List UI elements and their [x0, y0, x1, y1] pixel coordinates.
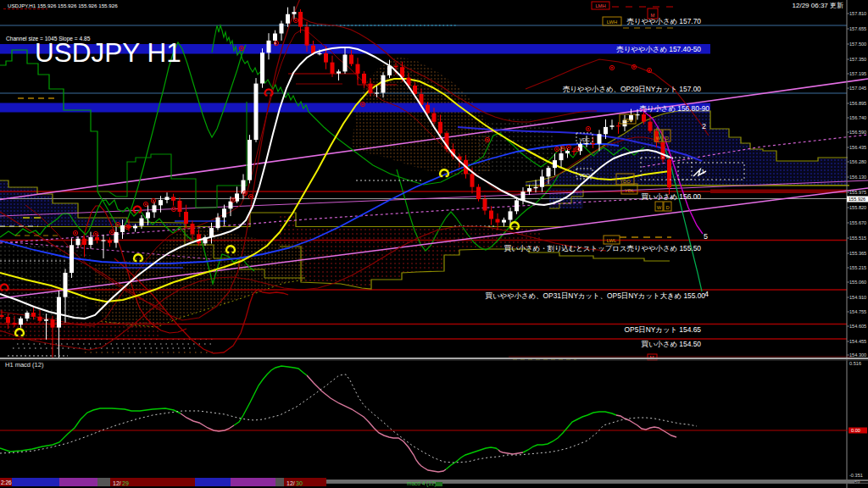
svg-text:売りやや小さめ、OP29日NYカット 157.00: 売りやや小さめ、OP29日NYカット 157.00 — [563, 85, 701, 93]
svg-text:157.045: 157.045 — [849, 86, 866, 91]
svg-text:155.215: 155.215 — [849, 265, 866, 270]
svg-text:USDJPY,H1 155.926 155.926 155: USDJPY,H1 155.926 155.926 155.926 155.92… — [8, 3, 118, 8]
svg-text:29: 29 — [122, 480, 129, 486]
svg-text:12/: 12/ — [113, 480, 121, 486]
svg-text:W: W — [657, 205, 662, 210]
svg-text:2:26: 2:26 — [1, 480, 12, 485]
svg-text:D: D — [665, 205, 669, 210]
svg-text:155.060: 155.060 — [849, 280, 866, 285]
svg-text:LWH: LWH — [607, 19, 617, 25]
svg-text:157.195: 157.195 — [849, 71, 866, 76]
svg-text:155.820: 155.820 — [849, 205, 866, 210]
svg-text:YDH: YDH — [622, 118, 632, 123]
svg-text:0.00: 0.00 — [851, 428, 860, 433]
svg-text:156.895: 156.895 — [849, 101, 866, 106]
svg-text:売りやや小さめ 157.40-50: 売りやや小さめ 157.40-50 — [616, 45, 701, 53]
svg-text:2: 2 — [702, 122, 706, 130]
svg-text:LWL: LWL — [607, 238, 617, 243]
svg-text:154.755: 154.755 — [849, 309, 866, 314]
svg-text:買い小さめ・割り込むとストップロス売りやや小さめ 155.5: 買い小さめ・割り込むとストップロス売りやや小さめ 155.50 — [504, 244, 702, 252]
svg-text:155.975: 155.975 — [849, 190, 866, 195]
svg-text:買いやや小さめ、OP31日NYカット、OP5日NYカット大き: 買いやや小さめ、OP31日NYカット、OP5日NYカット大きめ 155.00 — [486, 291, 706, 300]
svg-text:H1 macd (12): H1 macd (12) — [5, 361, 44, 369]
svg-text:156.740: 156.740 — [849, 115, 866, 120]
svg-text:USDJPY H1: USDJPY H1 — [35, 37, 181, 68]
svg-text:155.670: 155.670 — [849, 220, 866, 225]
svg-text:0.516: 0.516 — [849, 361, 861, 366]
svg-text:157.810: 157.810 — [849, 11, 866, 16]
svg-text:VDC: VDC — [579, 137, 589, 142]
svg-text:157.500: 157.500 — [849, 42, 866, 47]
svg-text:156.130: 156.130 — [849, 175, 866, 180]
svg-text:156.280: 156.280 — [849, 159, 866, 164]
svg-text:30: 30 — [296, 480, 303, 486]
svg-text:LMH: LMH — [595, 3, 605, 8]
svg-text:買い小さめ 156.00: 買い小さめ 156.00 — [642, 192, 702, 201]
svg-text:YDL: YDL — [625, 188, 635, 193]
svg-text:154.300: 154.300 — [849, 352, 866, 358]
svg-text:155.926: 155.926 — [849, 197, 865, 202]
svg-text:154.910: 154.910 — [849, 295, 866, 300]
svg-text:買い小さめ 154.50: 買い小さめ 154.50 — [642, 340, 702, 348]
svg-text:156.590: 156.590 — [849, 130, 866, 135]
svg-text:YDO: YDO — [620, 179, 631, 184]
svg-text:OP5日NYカット 154.65: OP5日NYカット 154.65 — [625, 325, 702, 334]
svg-text:154.605: 154.605 — [849, 324, 866, 329]
svg-text:157.350: 157.350 — [849, 57, 866, 62]
svg-text:12/29 06:37 更新: 12/29 06:37 更新 — [793, 2, 843, 9]
svg-text:155.515: 155.515 — [849, 236, 866, 241]
svg-text:12/: 12/ — [287, 480, 295, 486]
svg-text:D: D — [665, 136, 668, 141]
svg-text:157.655: 157.655 — [849, 26, 866, 31]
svg-text:W: W — [656, 136, 661, 141]
svg-text:155.365: 155.365 — [849, 251, 866, 256]
svg-text:5: 5 — [704, 232, 708, 241]
svg-text:売り小さめ 156.80-90: 売り小さめ 156.80-90 — [639, 104, 709, 113]
svg-text:売りやや小さめ 157.70: 売りやや小さめ 157.70 — [626, 17, 701, 25]
svg-text:VDO: VDO — [579, 173, 590, 178]
svg-text:macd 4 (12): macd 4 (12) — [407, 480, 437, 487]
svg-text:154.455: 154.455 — [849, 339, 866, 344]
svg-text:156.435: 156.435 — [849, 145, 866, 150]
svg-text:-0.351: -0.351 — [849, 473, 863, 478]
